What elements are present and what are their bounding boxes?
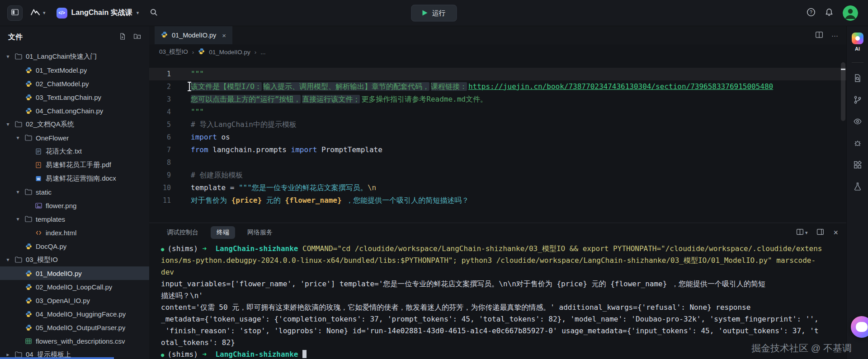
flask-icon	[853, 182, 862, 193]
code-content: 对于售价为 {price} 元的 {flower_name} ，您能提供一个吸引…	[182, 194, 469, 207]
sidebar-toggle-button[interactable]	[7, 5, 23, 21]
code-token: import	[191, 133, 217, 141]
file-tree-item[interactable]: 02_ChatModel.py	[0, 77, 149, 90]
new-file-button[interactable]	[119, 33, 126, 42]
code-line[interactable]: 7from langchain.prompts import PromptTem…	[149, 144, 846, 156]
code-line[interactable]: 6import os	[149, 131, 846, 144]
tab-debug-console[interactable]: 调试控制台	[161, 226, 204, 239]
file-name: 易速鲜花员工手册.pdf	[46, 161, 111, 169]
file-tree-item[interactable]: 01_TextModel.py	[0, 63, 149, 77]
terminal-token: input_variables=['flower_name', 'price']…	[161, 280, 765, 288]
python-file-icon	[198, 48, 205, 56]
debug-button[interactable]	[853, 139, 862, 149]
code-line[interactable]: 2该文件是【模型I/O：输入提示、调用模型、解析输出】章节的配套代码，课程链接：…	[149, 80, 846, 93]
main-area: 文件 ▾01_LangChain快速入门01_TextModel.py02_Ch…	[0, 26, 868, 359]
code-line[interactable]: 4"""	[149, 106, 846, 118]
file-tree-item[interactable]: ▾templates	[0, 212, 149, 226]
file-search-button[interactable]	[853, 74, 862, 84]
workspace-switcher[interactable]: </> LangChain 实战课 ▾	[53, 5, 143, 21]
file-tree-item[interactable]: 易速鲜花员工手册.pdf	[0, 158, 149, 172]
extensions-button[interactable]	[853, 160, 862, 171]
file-tree-item[interactable]: index.html	[0, 226, 149, 239]
breadcrumb-folder[interactable]: 03_模型IO	[159, 48, 188, 56]
file-tree-item[interactable]: DocQA.py	[0, 239, 149, 253]
split-terminal-button[interactable]: ▾	[796, 228, 808, 237]
code-token: 课程链接：	[431, 82, 467, 91]
line-number: 8	[149, 156, 182, 169]
terminal-token: (shims)	[167, 244, 202, 253]
file-tree-item[interactable]: 01_ModelIO.py	[0, 266, 149, 280]
panel-layout-button[interactable]	[816, 228, 824, 237]
folder-file-icon	[14, 53, 23, 60]
file-tree-item[interactable]: ▾OneFlower	[0, 131, 149, 145]
run-button[interactable]: 运行	[411, 5, 457, 21]
file-name: 03_OpenAI_IO.py	[36, 297, 90, 304]
search-button[interactable]	[150, 8, 158, 18]
tree-chevron-icon[interactable]: ▾	[14, 189, 21, 195]
file-explorer-title: 文件	[8, 33, 23, 42]
code-content: template = """您是一位专业的鲜花店文案撰写员。\n	[182, 182, 376, 194]
code-line[interactable]: 3您可以点击最上方的“运行”按钮，直接运行该文件；更多操作指引请参考Readme…	[149, 93, 846, 106]
file-tree-item[interactable]: 04_ChatLongChain.py	[0, 104, 149, 117]
close-panel-button[interactable]: ×	[833, 228, 838, 238]
code-line[interactable]: 8	[149, 156, 846, 169]
terminal-line: ● (shims) ➜ LangChain-shizhanke COMMAND=…	[161, 243, 842, 255]
help-icon: ?	[807, 8, 816, 19]
code-token: 输入提示、调用模型、解析输出】章节的配套代码，	[263, 82, 429, 91]
terminal-output[interactable]: ● (shims) ➜ LangChain-shizhanke COMMAND=…	[149, 242, 846, 359]
tree-chevron-icon[interactable]: ▸	[5, 351, 11, 358]
code-line[interactable]: 1"""	[149, 68, 846, 80]
more-actions-button[interactable]: ···	[831, 32, 838, 39]
sidebar-horizontal-scrollbar[interactable]	[0, 357, 114, 359]
editor-tab-active[interactable]: 01_ModelIO.py ×	[155, 26, 232, 44]
file-tree-item[interactable]: flower.png	[0, 199, 149, 212]
code-token: os	[217, 133, 230, 141]
file-tree-item[interactable]: 02_ModelIO_LoopCall.py	[0, 280, 149, 294]
file-tree-item[interactable]: ▾static	[0, 185, 149, 199]
ide-logo-menu[interactable]: ▾	[30, 8, 46, 18]
preview-button[interactable]	[853, 117, 862, 128]
tree-chevron-icon[interactable]: ▾	[5, 53, 11, 60]
help-button[interactable]: ?	[807, 8, 816, 19]
split-editor-button[interactable]	[815, 31, 823, 40]
file-tree-item[interactable]: 03_TextLangChain.py	[0, 90, 149, 104]
tree-chevron-icon[interactable]: ▾	[14, 216, 21, 222]
code-line[interactable]: 11对于售价为 {price} 元的 {flower_name} ，您能提供一个…	[149, 194, 846, 207]
file-tree-item[interactable]: W易速鲜花运营指南.docx	[0, 172, 149, 185]
breadcrumb-symbol[interactable]: ...	[260, 49, 265, 56]
terminal-token: LangChain-shizhanke	[211, 244, 302, 253]
code-line[interactable]: 10template = """您是一位专业的鲜花店文案撰写员。\n	[149, 182, 846, 194]
file-tree-item[interactable]: 05_ModelIO_OutputParser.py	[0, 321, 149, 334]
file-tree-item[interactable]: 花语大全.txt	[0, 145, 149, 158]
code-line[interactable]: 9# 创建原始模板	[149, 169, 846, 182]
tree-chevron-icon[interactable]: ▾	[5, 121, 11, 127]
bottom-panel: 调试控制台 终端 网络服务 ▾ × ● (shims) ➜ La	[149, 223, 846, 359]
code-line[interactable]: 5# 导入LangChain中的提示模板	[149, 118, 846, 131]
tab-network-service[interactable]: 网络服务	[241, 226, 278, 239]
editor-scrollbar[interactable]	[841, 60, 845, 223]
top-bar: ▾ </> LangChain 实战课 ▾ 运行 ?	[0, 0, 868, 26]
code-editor[interactable]: 1"""2该文件是【模型I/O：输入提示、调用模型、解析输出】章节的配套代码，课…	[149, 60, 846, 223]
tree-chevron-icon[interactable]: ▾	[14, 135, 21, 141]
file-tree-item[interactable]: ▾03_模型IO	[0, 253, 149, 266]
tree-chevron-icon[interactable]: ▾	[5, 256, 11, 263]
new-folder-button[interactable]	[133, 33, 141, 42]
file-name: 05_ModelIO_OutputParser.py	[36, 324, 125, 331]
file-tree-item[interactable]: flowers_with_descriptions.csv	[0, 334, 149, 348]
file-tree-item[interactable]: 03_OpenAI_IO.py	[0, 294, 149, 307]
file-name: 02_文档QA系统	[26, 120, 74, 129]
file-tree-item[interactable]: 04_ModelIO_HuggingFace.py	[0, 307, 149, 321]
test-button[interactable]	[853, 182, 862, 193]
pdf-file-icon	[34, 161, 42, 168]
ai-assistant-button[interactable]: AI	[852, 33, 863, 51]
source-control-button[interactable]	[853, 95, 862, 106]
notifications-button[interactable]	[825, 8, 834, 19]
file-tree-item[interactable]: ▾02_文档QA系统	[0, 117, 149, 131]
breadcrumb-file[interactable]: 01_ModelIO.py	[209, 49, 250, 56]
html-file-icon	[34, 229, 42, 236]
user-avatar[interactable]	[843, 5, 858, 21]
tab-terminal[interactable]: 终端	[211, 226, 235, 239]
scrollbar-thumb[interactable]	[841, 62, 845, 121]
file-tree-item[interactable]: ▾01_LangChain快速入门	[0, 50, 149, 63]
tab-close-button[interactable]: ×	[222, 32, 226, 39]
